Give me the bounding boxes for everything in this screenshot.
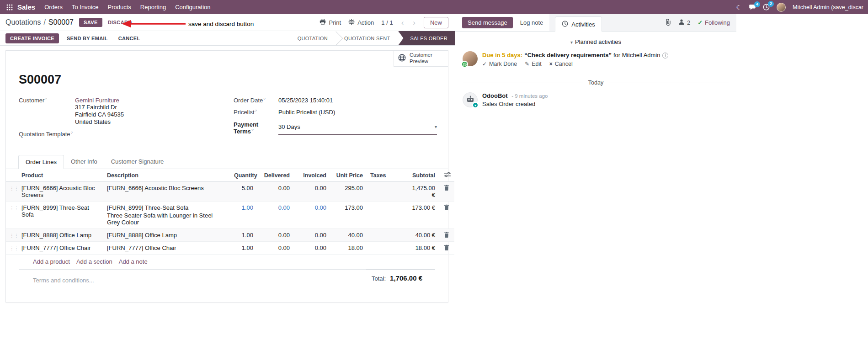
user-avatar[interactable] (777, 3, 786, 12)
help-icon: ? (263, 97, 265, 101)
cell-description[interactable]: [FURN_8999] Three-Seat Sofa Three Seater… (103, 202, 230, 229)
send-by-email-button[interactable]: SEND BY EMAIL (64, 33, 111, 43)
send-message-button[interactable]: Send message (462, 17, 513, 28)
action-button[interactable]: Action (348, 19, 374, 27)
activity-avatar (463, 51, 478, 66)
cell-quantity[interactable]: 1.00 (230, 229, 257, 242)
tab-order-lines[interactable]: Order Lines (18, 155, 64, 169)
delete-row-button[interactable] (442, 185, 451, 191)
order-line-row[interactable]: ⋮⋮ [FURN_8999] Three-Seat Sofa [FURN_899… (6, 202, 454, 229)
dropdown-caret-icon[interactable]: ▾ (435, 124, 437, 129)
menu-reporting[interactable]: Reporting (136, 0, 170, 14)
annotation-text: save and discard button (188, 21, 254, 27)
cell-invoiced[interactable]: 0.00 (293, 229, 330, 242)
add-a-note-link[interactable]: Add a note (119, 258, 148, 265)
edit-activity-button[interactable]: ✎Edit (525, 61, 542, 67)
cell-delivered[interactable]: 0.00 (257, 182, 293, 202)
order-date-value[interactable]: 05/25/2023 15:40:01 (278, 97, 333, 104)
state-quotation-sent[interactable]: QUOTATION SENT (336, 31, 398, 45)
order-line-row[interactable]: ⋮⋮ [FURN_8888] Office Lamp [FURN_8888] O… (6, 229, 454, 242)
payment-terms-input[interactable]: 30 Days ▾ (278, 121, 437, 135)
cell-invoiced[interactable]: 0.00 (293, 182, 330, 202)
cell-delivered[interactable]: 0.00 (257, 242, 293, 255)
cell-taxes[interactable] (367, 202, 404, 229)
tab-activities[interactable]: Activities (555, 16, 602, 32)
column-settings-icon[interactable] (439, 169, 454, 182)
cell-unit-price[interactable]: 18.00 (330, 242, 367, 255)
statusbar-states: QUOTATION QUOTATION SENT SALES ORDER (289, 31, 455, 45)
planned-activities-header[interactable]: ▾Planned activities (455, 38, 736, 45)
print-button[interactable]: Print (320, 19, 341, 26)
app-name[interactable]: Sales (17, 3, 35, 11)
cell-description[interactable]: [FURN_8888] Office Lamp (103, 229, 230, 242)
pager-next-button[interactable]: › (412, 19, 416, 27)
cell-invoiced[interactable]: 0.00 (293, 242, 330, 255)
apps-grid-icon[interactable] (4, 4, 16, 11)
cell-taxes[interactable] (367, 182, 404, 202)
cell-unit-price[interactable]: 295.00 (330, 182, 367, 202)
activities-clock-icon[interactable]: 2 (763, 4, 770, 11)
cell-invoiced[interactable]: 0.00 (293, 202, 330, 229)
message-author[interactable]: OdooBot (482, 92, 508, 99)
cell-description[interactable]: [FURN_7777] Office Chair (103, 242, 230, 255)
cell-quantity[interactable]: 1.00 (230, 202, 257, 229)
add-a-section-link[interactable]: Add a section (76, 258, 112, 265)
caret-down-icon: ▾ (570, 40, 573, 45)
drag-handle-icon[interactable]: ⋮⋮ (10, 206, 19, 211)
customer-preview-button[interactable]: Customer Preview (394, 51, 448, 67)
drag-handle-icon[interactable]: ⋮⋮ (10, 186, 19, 191)
cell-unit-price[interactable]: 173.00 (330, 202, 367, 229)
tab-other-info[interactable]: Other Info (64, 155, 104, 169)
cell-subtotal: 18.00 € (404, 242, 439, 255)
menu-to-invoice[interactable]: To Invoice (67, 0, 103, 14)
cell-delivered[interactable]: 0.00 (257, 202, 293, 229)
menu-configuration[interactable]: Configuration (170, 0, 215, 14)
drag-handle-icon[interactable]: ⋮⋮ (10, 233, 19, 238)
log-note-button[interactable]: Log note (520, 19, 543, 26)
create-invoice-button[interactable]: CREATE INVOICE (5, 33, 59, 43)
state-sales-order[interactable]: SALES ORDER (398, 31, 455, 45)
cancel-button[interactable]: CANCEL (116, 33, 143, 43)
delete-row-button[interactable] (442, 244, 451, 250)
cell-description[interactable]: [FURN_6666] Acoustic Bloc Screens (103, 182, 230, 202)
messages-icon[interactable]: 4 (749, 4, 756, 11)
cell-taxes[interactable] (367, 229, 404, 242)
delete-row-button[interactable] (442, 232, 451, 238)
state-quotation[interactable]: QUOTATION (289, 31, 336, 45)
menu-orders[interactable]: Orders (40, 0, 67, 14)
pager-prev-button[interactable]: ‹ (400, 19, 405, 27)
cancel-activity-button[interactable]: ×Cancel (549, 61, 573, 67)
cell-product[interactable]: [FURN_6666] Acoustic Bloc Screens (18, 182, 103, 202)
cell-quantity[interactable]: 5.00 (230, 182, 257, 202)
user-menu[interactable]: Mitchell Admin (save_discar (793, 4, 863, 11)
cell-product[interactable]: [FURN_7777] Office Chair (18, 242, 103, 255)
info-icon[interactable]: i (662, 53, 668, 58)
cell-product[interactable]: [FURN_8888] Office Lamp (18, 229, 103, 242)
cell-taxes[interactable] (367, 242, 404, 255)
terms-and-conditions-placeholder[interactable]: Terms and conditions... (19, 270, 94, 284)
add-a-product-link[interactable]: Add a product (33, 258, 70, 265)
cell-quantity[interactable]: 1.00 (230, 242, 257, 255)
cell-unit-price[interactable]: 40.00 (330, 229, 367, 242)
save-button[interactable]: SAVE (79, 18, 102, 27)
following-button[interactable]: ✓ Following (698, 19, 730, 26)
new-button[interactable]: New (424, 17, 448, 28)
breadcrumb-quotations[interactable]: Quotations (5, 18, 41, 27)
pricelist-value[interactable]: Public Pricelist (USD) (278, 109, 335, 116)
quotation-template-field[interactable]: Quotation Template? (19, 131, 234, 138)
check-icon: ✓ (698, 19, 703, 26)
mark-done-button[interactable]: ✓Mark Done (482, 61, 517, 67)
cell-product[interactable]: [FURN_8999] Three-Seat Sofa (18, 202, 103, 229)
delete-row-button[interactable] (442, 204, 451, 210)
order-line-row[interactable]: ⋮⋮ [FURN_7777] Office Chair [FURN_7777] … (6, 242, 454, 255)
order-line-row[interactable]: ⋮⋮ [FURN_6666] Acoustic Bloc Screens [FU… (6, 182, 454, 202)
customer-address-line: 317 Fairchild Dr (75, 104, 124, 111)
cell-delivered[interactable]: 0.00 (257, 229, 293, 242)
drag-handle-icon[interactable]: ⋮⋮ (10, 246, 19, 251)
customer-link[interactable]: Gemini Furniture (75, 97, 119, 104)
followers-button[interactable]: 2 (678, 19, 690, 27)
menu-products[interactable]: Products (103, 0, 135, 14)
dark-mode-moon-icon[interactable]: ☾ (736, 4, 742, 11)
attachments-button[interactable] (665, 19, 671, 27)
tab-customer-signature[interactable]: Customer Signature (104, 155, 171, 169)
